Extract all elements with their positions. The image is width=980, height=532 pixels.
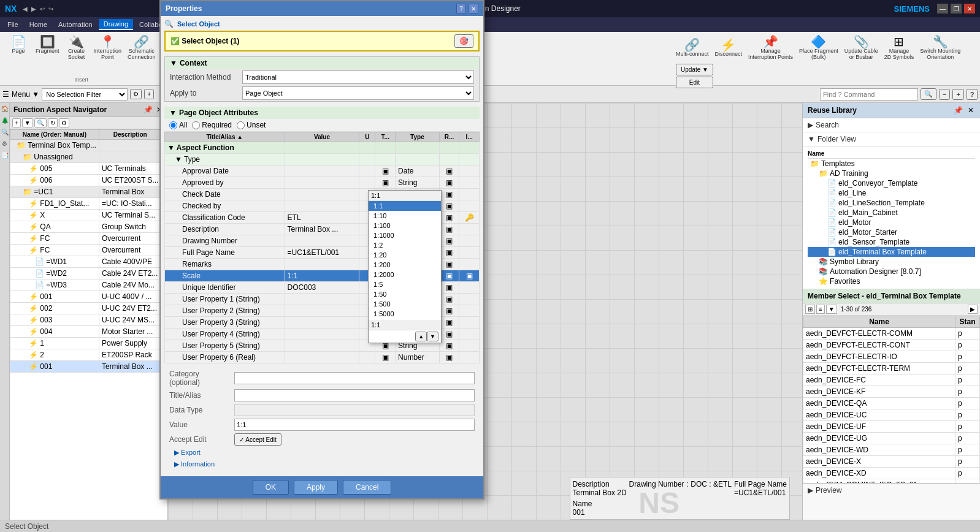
category-input[interactable] [234, 372, 475, 384]
fn-cell-name-12[interactable]: 📄 =WD3 [10, 279, 99, 291]
fn-col-desc[interactable]: Description [99, 130, 161, 140]
fn-cell-name-4[interactable]: 📁 =UC1 [10, 186, 99, 198]
fn-cell-name-5[interactable]: ⚡ FD1_IO_Stat... [10, 198, 99, 210]
attr-row-0[interactable]: ▼ Aspect Function [165, 142, 480, 154]
attr-cell-type-0[interactable] [396, 142, 440, 154]
information-toggle[interactable]: ▶ Information [169, 458, 475, 470]
attr-cell-title-1[interactable]: ▼ Type [165, 154, 285, 165]
member-col-name[interactable]: Name [803, 316, 955, 328]
attr-cell-title-7[interactable]: Description [165, 224, 285, 235]
attr-cell-value-11[interactable]: 1:1 [285, 270, 359, 282]
selection-filter-dropdown[interactable]: No Selection Filter Curve Edge [42, 88, 128, 101]
fragment-btn[interactable]: 🔲 Fragment [33, 34, 62, 61]
attr-col-u[interactable]: U [359, 132, 375, 142]
attr-cell-t-3[interactable]: ▣ [375, 177, 396, 189]
attr-cell-title-0[interactable]: ▼ Aspect Function [165, 142, 285, 154]
menu-automation[interactable]: Automation [53, 20, 98, 29]
attr-cell-title-17[interactable]: User Property 5 (String) [165, 340, 285, 352]
fn-cell-desc-15[interactable]: U-UC 24V MS... [99, 314, 161, 326]
attr-cell-title-16[interactable]: User Property 4 (String) [165, 329, 285, 340]
attr-row-18[interactable]: User Property 6 (Real) ▣ Number ▣ [165, 352, 480, 363]
attr-cell-value-16[interactable] [285, 329, 359, 340]
fn-cell-desc-16[interactable]: Motor Starter ... [99, 326, 161, 338]
menu-home[interactable]: Home [25, 20, 52, 29]
dropdown-scroll-down[interactable]: ▼ [427, 332, 438, 341]
attr-cell-t-2[interactable]: ▣ [375, 165, 396, 177]
member-row-8[interactable]: aedn_DEVICE-UF p [803, 421, 980, 433]
fn-cell-desc-2[interactable]: UC Terminals [99, 163, 161, 175]
fn-cell-name-9[interactable]: ⚡ FC [10, 245, 99, 256]
scale-option-1-20[interactable]: 1:20 [369, 250, 441, 260]
apply-to-select[interactable]: Page Object Global Document [242, 86, 474, 100]
reuse-pin-btn[interactable]: 📌 [952, 105, 964, 115]
accept-edit-btn[interactable]: ✓ Accept Edit [234, 433, 281, 446]
scale-dropdown-input[interactable] [369, 191, 441, 201]
fn-cell-desc-6[interactable]: UC Terminal S... [99, 210, 161, 221]
attr-cell-value-10[interactable] [285, 259, 359, 270]
undo-btn[interactable]: ↩ [39, 5, 46, 13]
folder-item-4[interactable]: 📄 eld_LineSection_Template [808, 198, 975, 208]
fn-cell-desc-1[interactable] [99, 151, 161, 163]
member-row-4[interactable]: aedn_DEVICE-FC p [803, 374, 980, 386]
fn-cell-name-18[interactable]: ⚡ 2 [10, 349, 99, 361]
interaction-method-select[interactable]: Traditional Modern Classic [242, 70, 474, 84]
fn-cell-desc-3[interactable]: UC ET200ST S... [99, 175, 161, 186]
props-help-btn[interactable]: ? [456, 4, 466, 13]
attr-col-t[interactable]: T... [375, 132, 396, 142]
redo-btn[interactable]: ↪ [47, 5, 55, 13]
attr-cell-r-2[interactable]: ▣ [439, 165, 459, 177]
fn-settings-btn[interactable]: ⚙ [59, 118, 69, 127]
member-row-0[interactable]: aedn_DEVFCT-ELECTR-COMM p [803, 328, 980, 340]
fn-cell-name-8[interactable]: ⚡ FC [10, 233, 99, 245]
attr-cell-title-8[interactable]: Drawing Number [165, 235, 285, 247]
attr-cell-title-18[interactable]: User Property 6 (Real) [165, 352, 285, 363]
member-next-btn[interactable]: ▶ [968, 305, 978, 314]
fn-cell-name-6[interactable]: ⚡ X [10, 210, 99, 221]
forward-btn[interactable]: ▶ [30, 5, 37, 13]
fn-cell-desc-0[interactable] [99, 140, 161, 151]
attr-cell-r-12[interactable]: ▣ [439, 282, 459, 294]
attr-col-value[interactable]: Value [285, 132, 359, 142]
filter-required-label[interactable]: Required [192, 121, 232, 129]
member-grid-view-btn[interactable]: ⊞ [805, 305, 815, 314]
folder-item-8[interactable]: 📄 eld_Sensor_Template [808, 237, 975, 247]
member-row-2[interactable]: aedn_DEVFCT-ELECTR-IO p [803, 351, 980, 363]
menu-icon[interactable]: ☰ [2, 90, 9, 99]
folder-item-12[interactable]: ⭐ Favorites [808, 276, 975, 286]
member-filter-btn[interactable]: ▼ [826, 305, 837, 314]
filter-unset-label[interactable]: Unset [237, 121, 266, 129]
attr-cell-title-5[interactable]: Checked by [165, 200, 285, 212]
attr-cell-type-1[interactable] [396, 154, 440, 165]
fn-add-btn[interactable]: + [12, 118, 21, 127]
attr-cell-i-14[interactable] [459, 305, 480, 317]
attr-cell-title-2[interactable]: Approval Date [165, 165, 285, 177]
member-row-5[interactable]: aedn_DEVICE-KF p [803, 386, 980, 398]
attr-cell-i-6[interactable]: 🔑 [459, 212, 480, 224]
fn-filter-btn[interactable]: ▼ [22, 118, 33, 127]
attr-cell-value-17[interactable] [285, 340, 359, 352]
attr-cell-value-8[interactable] [285, 235, 359, 247]
fn-cell-desc-11[interactable]: Cable 24V ET2... [99, 268, 161, 279]
attr-cell-u-3[interactable] [359, 177, 375, 189]
attr-cell-value-4[interactable] [285, 189, 359, 200]
attr-cell-title-3[interactable]: Approved by [165, 177, 285, 189]
attr-cell-i-2[interactable] [459, 165, 480, 177]
update-cable-btn[interactable]: 📎 Update Cableor Busbar [842, 34, 881, 61]
fn-cell-desc-12[interactable]: Cable 24V Mo... [99, 279, 161, 291]
search-cmd-btn[interactable]: 🔍 [921, 88, 936, 100]
attr-row-3[interactable]: Approved by ▣ String ▣ [165, 177, 480, 189]
filter-required-radio[interactable] [192, 121, 200, 129]
attr-cell-type-2[interactable]: Date [396, 165, 440, 177]
preview-toggle[interactable]: ▶ Preview [808, 486, 975, 495]
fn-cell-desc-19[interactable]: Terminal Box ... [99, 361, 161, 373]
fn-cell-desc-18[interactable]: ET200SP Rack [99, 349, 161, 361]
menu-label[interactable]: Menu ▼ [12, 90, 39, 99]
fn-cell-name-2[interactable]: ⚡ 005 [10, 163, 99, 175]
fn-cell-desc-4[interactable]: Terminal Box [99, 186, 161, 198]
scale-option-1-1[interactable]: 1:1 [369, 201, 441, 211]
attr-cell-i-4[interactable] [459, 189, 480, 200]
attr-cell-u-18[interactable] [359, 352, 375, 363]
ok-btn[interactable]: OK [253, 480, 289, 495]
filter-settings-btn[interactable]: ⚙ [130, 89, 142, 99]
fn-cell-desc-8[interactable]: Overcurrent [99, 233, 161, 245]
